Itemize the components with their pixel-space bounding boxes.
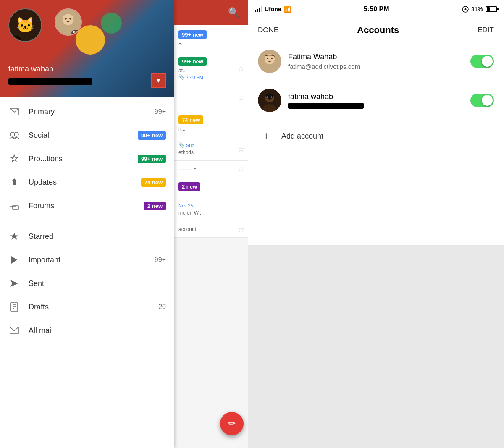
email-preview: -------- F... — [178, 166, 244, 172]
sidebar-item-social[interactable]: Social 99+ new — [0, 123, 174, 147]
account-name-1: Fatima Wahab — [288, 52, 464, 61]
email-item[interactable]: 99+ new B... — [174, 25, 248, 52]
social-label: Social — [29, 131, 138, 140]
search-icon[interactable]: 🔍 — [228, 7, 239, 18]
header-circle-green — [101, 13, 122, 34]
email-preview: ethods — [178, 149, 244, 155]
starred-label: Starred — [29, 232, 166, 241]
email-preview: B... — [178, 41, 244, 47]
sent-label: Sent — [29, 279, 166, 288]
header-circle-yellow — [76, 25, 105, 55]
sidebar-item-updates[interactable]: Updates 74 new — [0, 170, 174, 194]
svg-point-24 — [267, 97, 268, 98]
sidebar-item-drafts[interactable]: Drafts 20 — [0, 295, 174, 319]
star-icon[interactable]: ☆ — [238, 64, 244, 73]
compose-button[interactable]: ✏ — [220, 412, 244, 435]
email-preview: account — [178, 226, 244, 232]
sidebar-item-promotions[interactable]: Pro...tions 99+ new — [0, 147, 174, 170]
avatar-main-badge: 99+ — [8, 36, 21, 42]
email-item[interactable]: Nov 25 me on W... — [174, 198, 248, 221]
signal-bar-4 — [261, 6, 262, 12]
updates-icon — [8, 176, 20, 188]
star-icon[interactable]: ☆ — [238, 164, 244, 173]
email-preview: at... — [178, 68, 244, 73]
avatar-main[interactable]: 🐱 99+ — [8, 8, 42, 42]
forums-icon — [8, 200, 20, 212]
email-badge: 99+ new — [178, 30, 207, 39]
nav-section-main: Primary 99+ Social 99+ new Pro...tio — [0, 97, 174, 221]
accounts-empty-area — [248, 245, 504, 448]
status-time: 5:50 PM — [364, 5, 389, 13]
social-badge: 99+ new — [138, 131, 166, 140]
star-icon[interactable]: ☆ — [238, 225, 244, 234]
sidebar-item-important[interactable]: Important 99+ — [0, 248, 174, 272]
account-email-1: fatima@addictivetips.com — [288, 63, 464, 70]
signal-bar-3 — [259, 8, 260, 12]
battery-percent: 31% — [471, 6, 483, 13]
account-item-1[interactable]: Fatima Wahab fatima@addictivetips.com — [248, 42, 504, 81]
status-bar-right: 31% — [462, 6, 497, 13]
sidebar-item-forums[interactable]: Forums 2 new — [0, 194, 174, 217]
allmail-label: All mail — [29, 326, 166, 335]
battery-fill — [487, 7, 490, 11]
account-toggle-1[interactable] — [470, 55, 494, 68]
edit-button[interactable]: EDIT — [478, 26, 494, 34]
email-item[interactable]: 📎 Sun ethods ☆ — [174, 137, 248, 161]
inbox-icon — [8, 106, 20, 118]
drafts-label: Drafts — [29, 303, 158, 312]
forums-label: Forums — [29, 202, 144, 210]
forums-badge: 2 new — [144, 202, 166, 210]
email-item[interactable]: 2 new — [174, 177, 248, 198]
drafts-count: 20 — [158, 303, 166, 311]
account-item-2[interactable]: fatima wahab — [248, 81, 504, 120]
account-dropdown-button[interactable] — [151, 73, 166, 88]
primary-label: Primary — [29, 107, 155, 116]
compose-icon: ✏ — [228, 418, 236, 429]
email-badge: 74 new — [178, 115, 203, 124]
signal-bars — [255, 6, 262, 12]
email-item[interactable]: 74 new n... — [174, 110, 248, 137]
email-item[interactable]: account ☆ — [174, 221, 248, 238]
avatar-secondary[interactable]: 99+ — [55, 8, 82, 36]
signal-bar-1 — [255, 10, 256, 12]
sidebar-item-starred[interactable]: Starred — [0, 225, 174, 248]
promotions-icon — [8, 153, 20, 165]
add-icon: + — [258, 128, 275, 144]
svg-point-15 — [464, 8, 466, 10]
email-preview: n... — [178, 126, 244, 132]
sent-icon — [8, 278, 20, 289]
account-email-bar-2 — [288, 103, 364, 109]
allmail-icon — [8, 325, 20, 336]
important-count: 99+ — [155, 256, 166, 264]
sidebar-user-name: fatima wahab — [8, 65, 53, 73]
star-icon[interactable]: ☆ — [238, 144, 244, 154]
email-item[interactable]: 99+ new at... 📎 7:40 PM ☆ — [174, 52, 248, 85]
star-icon[interactable]: ☆ — [238, 93, 244, 102]
svg-point-3 — [65, 18, 67, 20]
sidebar-item-sent[interactable]: Sent — [0, 272, 174, 295]
email-item[interactable]: -------- F... ☆ — [174, 161, 248, 177]
promotions-badge: 99+ new — [138, 155, 166, 163]
email-list: 🔍 99+ new B... 99+ new at... 📎 7:40 PM ☆… — [174, 0, 248, 448]
status-bar-left: Ufone 📶 — [255, 6, 291, 13]
promotions-label: Pro...tions — [29, 155, 138, 163]
left-panel: 🐱 99+ 99+ fatima wahab — [0, 0, 248, 448]
email-item[interactable]: ☆ — [174, 85, 248, 110]
account-info-1: Fatima Wahab fatima@addictivetips.com — [288, 52, 464, 70]
account-toggle-2[interactable] — [470, 94, 494, 107]
social-icon — [8, 129, 20, 141]
svg-point-19 — [267, 58, 268, 59]
svg-point-25 — [271, 97, 273, 98]
add-account-label: Add account — [281, 132, 323, 141]
sidebar-item-primary[interactable]: Primary 99+ — [0, 100, 174, 123]
nav-section-secondary: Starred Important 99+ Sent — [0, 221, 174, 346]
accounts-header: DONE Accounts EDIT — [248, 18, 504, 42]
done-button[interactable]: DONE — [258, 26, 278, 34]
wifi-icon: 📶 — [284, 6, 291, 13]
account-avatar-2 — [258, 89, 281, 112]
email-list-header: 🔍 — [174, 0, 248, 25]
email-badge: 2 new — [178, 182, 200, 191]
svg-rect-12 — [11, 303, 18, 311]
sidebar-item-allmail[interactable]: All mail — [0, 319, 174, 342]
add-account-item[interactable]: + Add account — [248, 120, 504, 152]
